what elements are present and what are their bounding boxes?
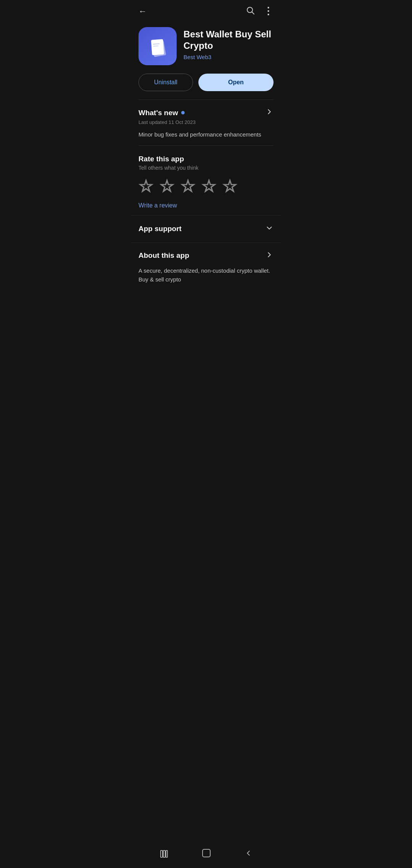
svg-line-1 [252, 12, 254, 14]
star-3[interactable]: ☆ [180, 178, 195, 194]
star-5[interactable]: ☆ [222, 178, 237, 194]
rate-subtitle: Tell others what you think [138, 165, 274, 171]
rate-title: Rate this app [138, 155, 274, 163]
rate-section: Rate this app Tell others what you think… [132, 146, 280, 215]
app-title: Best Wallet Buy Sell Crypto [183, 29, 274, 51]
app-developer[interactable]: Best Web3 [183, 54, 274, 60]
whats-new-section: What's new Last updated 11 Oct 2023 Mino… [132, 100, 280, 145]
app-icon [138, 27, 177, 65]
more-menu-icon[interactable]: ⋮ [263, 5, 274, 17]
new-indicator-dot [181, 111, 185, 114]
whats-new-title-row: What's new [138, 109, 185, 117]
action-buttons: Uninstall Open [132, 72, 280, 100]
about-description: A secure, decentralized, non-custodial c… [138, 266, 274, 284]
whats-new-arrow[interactable] [265, 108, 274, 118]
open-button[interactable]: Open [198, 74, 274, 91]
stars-row: ☆ ☆ ☆ ☆ ☆ [138, 178, 274, 194]
star-2[interactable]: ☆ [159, 178, 174, 194]
back-button[interactable]: ← [138, 6, 147, 16]
star-1[interactable]: ☆ [138, 178, 153, 194]
search-icon[interactable] [246, 6, 255, 17]
whats-new-header: What's new [138, 108, 274, 118]
app-support-section[interactable]: App support [132, 215, 280, 243]
about-arrow-icon[interactable] [265, 251, 274, 261]
about-header: About this app [138, 251, 274, 261]
write-review-link[interactable]: Write a review [138, 202, 177, 209]
svg-rect-3 [151, 39, 164, 55]
app-support-title: App support [138, 225, 182, 233]
whats-new-title: What's new [138, 109, 178, 117]
about-section: About this app A secure, decentralized, … [132, 243, 280, 292]
app-title-section: Best Wallet Buy Sell Crypto Best Web3 [183, 27, 274, 60]
last-updated-text: Last updated 11 Oct 2023 [138, 119, 274, 125]
app-header: Best Wallet Buy Sell Crypto Best Web3 [132, 21, 280, 72]
star-4[interactable]: ☆ [201, 178, 216, 194]
about-title: About this app [138, 251, 189, 260]
whats-new-description: Minor bug fixes and performance enhancem… [138, 130, 274, 139]
app-support-chevron-icon [265, 224, 274, 234]
uninstall-button[interactable]: Uninstall [138, 74, 193, 91]
nav-right-icons: ⋮ [246, 5, 274, 17]
top-nav: ← ⋮ [132, 0, 280, 21]
